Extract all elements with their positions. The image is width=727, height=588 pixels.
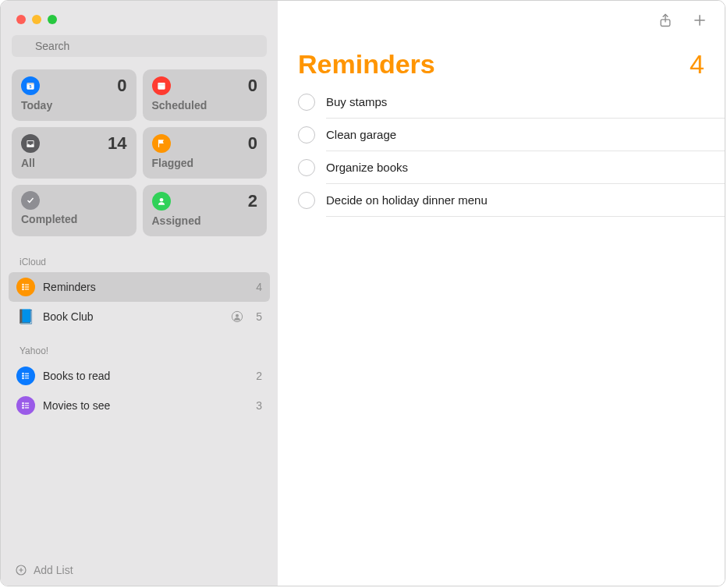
section-header: iCloud [1,243,278,272]
svg-point-8 [23,284,23,285]
list-name-label: Movies to see [43,399,243,412]
smart-list-scheduled[interactable]: 0 Scheduled [143,69,268,121]
smart-label: Scheduled [152,99,258,112]
complete-toggle[interactable] [298,192,315,209]
svg-point-26 [23,407,23,408]
smart-label: Today [21,99,127,112]
plus-circle-icon [15,564,27,576]
share-icon[interactable] [658,12,673,29]
svg-point-10 [23,286,23,287]
flag-icon [152,134,171,153]
smart-label: Flagged [152,157,258,169]
svg-point-12 [23,289,23,289]
svg-rect-5 [158,83,165,90]
sidebar-list-item[interactable]: Reminders 4 [9,272,270,302]
svg-point-16 [23,373,23,374]
sidebar-list-item[interactable]: Books to read 2 [9,361,270,391]
sidebar: 5 0 Today 0 Scheduled 14 All 0 Flagged C… [1,1,278,586]
book-icon: 📘 [16,307,35,326]
toolbar [278,1,725,29]
svg-text:5: 5 [30,84,32,89]
list-name-label: Books to read [43,370,243,382]
close-window-icon[interactable] [16,15,26,24]
smart-count: 0 [117,76,126,96]
list-count-label: 2 [251,370,262,382]
smart-count: 2 [248,191,257,211]
list-name-label: Book Club [43,310,223,323]
list-count-large: 4 [690,49,704,80]
app-window: 5 0 Today 0 Scheduled 14 All 0 Flagged C… [0,0,725,586]
section-header: Yahoo! [1,331,278,361]
sidebar-list-item[interactable]: 📘 Book Club 5 [9,302,270,331]
smart-list-completed[interactable]: Completed [12,185,137,236]
smart-list-all[interactable]: 14 All [12,127,137,179]
main-panel: Reminders 4 Buy stamps Clean garage Orga… [278,1,725,586]
tray-icon [21,134,40,153]
smart-count: 14 [108,133,126,154]
smart-label: Completed [21,213,127,225]
add-list-button[interactable]: Add List [1,554,278,586]
smart-list-assigned[interactable]: 2 Assigned [143,185,268,236]
calendar-icon [152,76,171,95]
complete-toggle[interactable] [298,159,315,176]
smart-label: Assigned [152,214,258,227]
minimize-window-icon[interactable] [32,15,41,24]
search-input[interactable] [12,35,267,57]
list-bullet-icon [16,367,35,385]
search-container [1,24,278,65]
shared-icon [231,310,243,323]
add-list-label: Add List [34,564,73,576]
calendar-today-icon: 5 [21,76,40,95]
reminder-row[interactable]: Buy stamps [298,86,725,119]
smart-count: 0 [248,133,257,154]
reminder-title[interactable]: Clean garage [326,119,725,151]
smart-list-today[interactable]: 5 0 Today [12,69,137,121]
list-bullet-icon [16,278,35,296]
fullscreen-window-icon[interactable] [48,15,57,24]
svg-point-18 [23,375,23,376]
reminder-title[interactable]: Buy stamps [326,86,725,119]
list-name-label: Reminders [43,281,243,293]
complete-toggle[interactable] [298,126,315,143]
list-count-label: 5 [251,310,262,323]
person-icon [152,192,171,211]
sidebar-list-item[interactable]: Movies to see 3 [9,391,270,420]
list-header: Reminders 4 [278,29,725,86]
svg-point-24 [23,405,23,406]
smart-list-flagged[interactable]: 0 Flagged [143,127,268,179]
list-count-label: 3 [251,399,262,412]
add-reminder-icon[interactable] [692,12,707,29]
svg-point-22 [23,402,23,403]
smart-label: All [21,157,127,169]
smart-count: 0 [248,76,257,96]
reminder-items: Buy stamps Clean garage Organize books D… [278,86,725,217]
reminder-title[interactable]: Organize books [326,151,725,184]
svg-point-15 [236,314,239,317]
reminder-row[interactable]: Organize books [298,151,725,184]
list-bullet-icon [16,396,35,415]
list-count-label: 4 [251,281,262,293]
smart-lists-grid: 5 0 Today 0 Scheduled 14 All 0 Flagged C… [1,65,278,243]
reminder-row[interactable]: Decide on holiday dinner menu [298,184,725,217]
check-icon [21,191,40,210]
reminder-row[interactable]: Clean garage [298,119,725,151]
complete-toggle[interactable] [298,94,315,111]
list-title: Reminders [298,49,435,80]
svg-point-7 [159,198,163,202]
reminder-title[interactable]: Decide on holiday dinner menu [326,184,725,217]
window-controls [1,1,278,24]
svg-point-20 [23,377,23,378]
